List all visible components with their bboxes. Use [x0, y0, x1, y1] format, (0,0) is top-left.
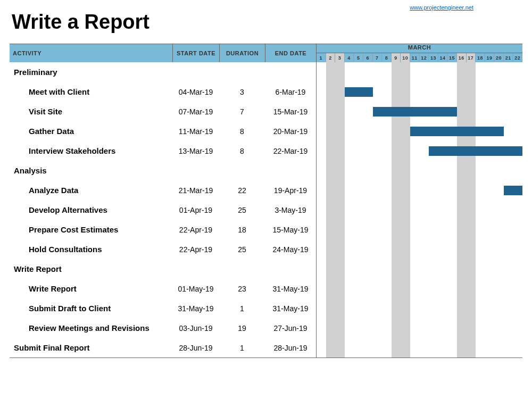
source-link[interactable]: www.projectengineer.net	[410, 4, 473, 11]
day-header-11: 11	[410, 53, 420, 62]
activity-cell: Submit Draft to Client	[10, 304, 172, 313]
end-cell: 15-May-19	[265, 226, 316, 234]
start-cell: 31-May-19	[172, 304, 219, 313]
col-header-timeline: MARCH 1234567891011121314151617181920212…	[316, 44, 522, 62]
activity-cell: Meet with Client	[10, 87, 172, 96]
duration-cell: 1	[219, 344, 265, 352]
day-header-22: 22	[513, 53, 522, 62]
col-header-start: START DATE	[172, 44, 219, 62]
end-cell: 22-Mar-19	[265, 147, 316, 155]
weekend-band	[457, 62, 467, 358]
duration-cell: 7	[219, 107, 265, 116]
start-cell: 22-Apr-19	[172, 226, 219, 234]
weekend-band	[335, 62, 345, 358]
day-header-15: 15	[447, 53, 457, 62]
end-cell: 28-Jun-19	[265, 344, 316, 352]
duration-cell: 3	[219, 88, 265, 96]
day-header-1: 1	[317, 53, 326, 62]
table-header: ACTIVITY START DATE DURATION END DATE MA…	[10, 44, 522, 62]
duration-cell: 8	[219, 127, 265, 136]
gantt-table: ACTIVITY START DATE DURATION END DATE MA…	[10, 44, 522, 358]
month-label: MARCH	[317, 44, 522, 53]
activity-cell: Analyze Data	[10, 186, 172, 195]
day-header-19: 19	[485, 53, 495, 62]
weekend-band	[326, 62, 336, 358]
col-header-duration: DURATION	[219, 44, 265, 62]
end-cell: 31-May-19	[265, 304, 316, 313]
end-cell: 6-Mar-19	[265, 88, 316, 96]
day-header-3: 3	[335, 53, 345, 62]
day-header-4: 4	[345, 53, 354, 62]
start-cell: 04-Mar-19	[172, 88, 219, 96]
start-cell: 01-May-19	[172, 285, 219, 293]
day-header-16: 16	[457, 53, 467, 62]
activity-cell: Analysis	[10, 166, 172, 175]
day-header-13: 13	[429, 53, 438, 62]
duration-cell: 22	[219, 186, 265, 195]
activity-cell: Write Report	[10, 284, 172, 293]
duration-cell: 1	[219, 304, 265, 313]
start-cell: 28-Jun-19	[172, 344, 219, 352]
duration-cell: 25	[219, 206, 265, 214]
day-header-7: 7	[373, 53, 383, 62]
activity-cell: Preliminary	[10, 68, 172, 77]
activity-cell: Gather Data	[10, 127, 172, 136]
gantt-bar	[410, 127, 504, 136]
day-header-5: 5	[354, 53, 363, 62]
activity-cell: Interview Stakeholders	[10, 146, 172, 155]
weekend-band	[467, 62, 476, 358]
day-header-2: 2	[326, 53, 336, 62]
day-header-20: 20	[494, 53, 504, 62]
day-header-10: 10	[401, 53, 410, 62]
start-cell: 22-Apr-19	[172, 245, 219, 254]
duration-cell: 23	[219, 285, 265, 293]
day-header-18: 18	[476, 53, 485, 62]
end-cell: 31-May-19	[265, 285, 316, 293]
gantt-bar	[345, 87, 373, 97]
activity-cell: Prepare Cost Estimates	[10, 225, 172, 234]
end-cell: 19-Apr-19	[265, 186, 316, 195]
start-cell: 01-Apr-19	[172, 206, 219, 214]
col-header-end: END DATE	[265, 44, 316, 62]
activity-cell: Develop Alternatives	[10, 205, 172, 214]
day-header-9: 9	[392, 53, 401, 62]
activity-cell: Write Report	[10, 264, 172, 273]
activity-cell: Hold Consultations	[10, 245, 172, 254]
duration-cell: 18	[219, 226, 265, 234]
start-cell: 21-Mar-19	[172, 186, 219, 195]
activity-cell: Visit Site	[10, 107, 172, 116]
gantt-chart-area	[316, 62, 522, 358]
start-cell: 07-Mar-19	[172, 107, 219, 116]
duration-cell: 19	[219, 324, 265, 332]
duration-cell: 25	[219, 245, 265, 254]
end-cell: 27-Jun-19	[265, 324, 316, 332]
day-header-21: 21	[504, 53, 513, 62]
activity-cell: Review Meetings and Revisions	[10, 323, 172, 332]
day-header-12: 12	[420, 53, 429, 62]
day-header-6: 6	[363, 53, 373, 62]
end-cell: 3-May-19	[265, 206, 316, 214]
gantt-bar	[373, 107, 457, 117]
day-header-14: 14	[438, 53, 448, 62]
start-cell: 11-Mar-19	[172, 127, 219, 136]
activity-cell: Submit Final Report	[10, 343, 172, 352]
end-cell: 24-May-19	[265, 245, 316, 254]
end-cell: 15-Mar-19	[265, 107, 316, 116]
table-body: PreliminaryMeet with Client04-Mar-1936-M…	[10, 62, 522, 358]
end-cell: 20-Mar-19	[265, 127, 316, 136]
start-cell: 03-Jun-19	[172, 324, 219, 332]
day-header-17: 17	[467, 53, 476, 62]
gantt-bar	[429, 146, 522, 156]
gantt-bar	[504, 186, 522, 195]
day-header-8: 8	[382, 53, 392, 62]
start-cell: 13-Mar-19	[172, 147, 219, 155]
col-header-activity: ACTIVITY	[10, 44, 172, 62]
duration-cell: 8	[219, 147, 265, 155]
